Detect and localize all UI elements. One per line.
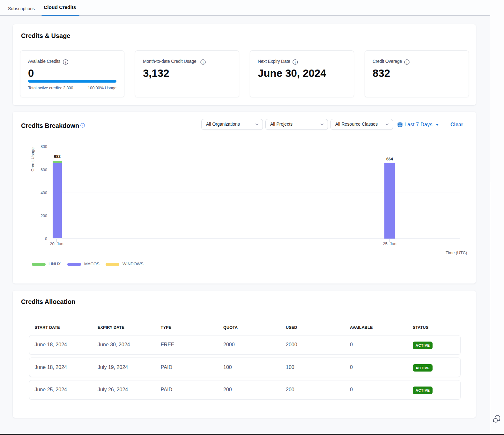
svg-text:i: i [65,60,66,64]
svg-text:i: i [295,60,296,64]
svg-text:i: i [406,60,407,64]
svg-text:i: i [203,60,204,64]
svg-text:i: i [82,124,83,127]
